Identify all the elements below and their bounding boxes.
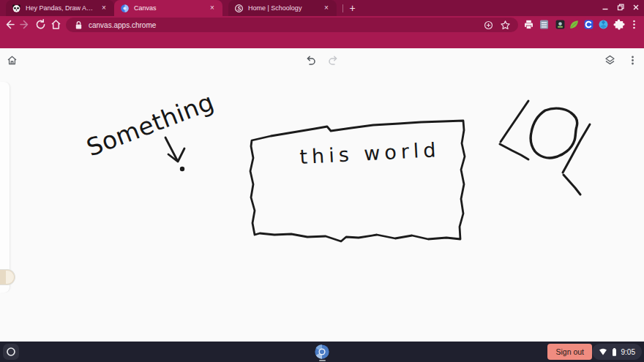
battery-icon [611,347,618,357]
schoology-icon [234,4,244,13]
camera-ext-icon[interactable] [554,18,566,31]
sign-out-button[interactable]: Sign out [547,344,592,360]
canvas-icon [120,4,130,13]
globe-icon[interactable] [597,18,610,31]
tab-close-icon[interactable]: × [100,4,108,12]
tab-title: Hey Pandas, Draw An Image Ou [26,4,95,12]
doodle-arrow [165,137,184,171]
new-tab-button[interactable]: + [347,3,358,14]
bookmark-star-icon[interactable] [500,20,511,31]
canvas-app-surface[interactable]: Something this world [0,48,644,342]
leaf-icon[interactable] [568,18,580,31]
doodle-lol [500,101,590,195]
printer-icon[interactable] [523,18,535,31]
url-text: canvas.apps.chrome [89,21,483,29]
tab-heypandas[interactable]: Hey Pandas, Draw An Image Ou × [6,0,114,16]
panda-icon [12,4,21,13]
status-tray[interactable]: 9:05 [592,344,642,360]
launcher-button[interactable] [3,344,19,360]
tab-close-icon[interactable]: × [322,4,331,12]
launcher-circle-icon [3,344,19,360]
drawing-canvas[interactable]: Something this world [0,48,644,342]
chromium-shelf-icon[interactable] [314,344,330,360]
tab-title: Canvas [134,4,203,12]
c-logo-icon[interactable] [583,18,595,31]
lock-icon [73,20,84,31]
doodle-label-text: Something [83,87,218,162]
circle-action-icon[interactable] [483,20,494,31]
puzzle-icon[interactable] [613,18,625,31]
tab-schoology[interactable]: Home | Schoology × [228,0,337,16]
forward-icon[interactable] [18,18,31,31]
home-icon[interactable] [50,18,62,31]
doodle-box-text: this world [299,138,441,168]
address-bar[interactable]: canvas.apps.chrome [66,18,518,32]
tab-canvas[interactable]: Canvas × [114,0,222,16]
tab-title: Home | Schoology [248,4,318,12]
back-icon[interactable] [4,18,16,31]
clock-text: 9:05 [621,348,635,356]
running-app-indicator [319,360,326,361]
wifi-icon [599,347,607,356]
restore-icon[interactable] [615,2,626,12]
chromeos-shelf: Sign out 9:05 [0,342,644,362]
browser-toolbar: canvas.apps.chrome [0,16,644,48]
sheets-icon[interactable] [538,18,550,31]
tab-close-icon[interactable]: × [208,4,217,12]
browser-menu-icon[interactable] [628,18,640,31]
tab-separator [342,4,343,12]
reload-icon[interactable] [34,18,47,31]
tab-strip: Hey Pandas, Draw An Image Ou × Canvas × … [0,0,644,16]
minimize-icon[interactable] [600,2,610,12]
close-icon[interactable] [631,2,641,12]
